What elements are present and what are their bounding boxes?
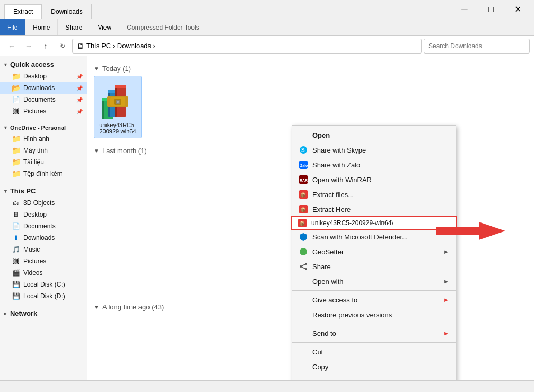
give-access-icon bbox=[299, 295, 308, 305]
ctx-copy-label: Copy bbox=[312, 363, 328, 371]
desktop-icon: 🖥 bbox=[12, 210, 20, 219]
sidebar-item-label: Documents bbox=[23, 222, 56, 230]
ctx-send-to[interactable]: Send to ► bbox=[292, 326, 456, 341]
ribbon-tabs: File Home Share View Compressed Folder T… bbox=[0, 19, 207, 35]
sidebar-item-label: Desktop bbox=[23, 211, 47, 218]
ctx-open-with-label: Open with bbox=[312, 278, 344, 286]
file-thumbnail bbox=[97, 79, 139, 122]
ctx-restore[interactable]: Restore previous versions bbox=[292, 307, 456, 322]
quick-access-label: Quick access bbox=[10, 60, 54, 68]
minimize-button[interactable]: ─ bbox=[452, 0, 477, 19]
context-menu: Open S Share with Skype Zalo Share with … bbox=[292, 125, 456, 380]
folder-icon: 📁 bbox=[12, 135, 20, 143]
up-button[interactable]: ↑ bbox=[38, 39, 53, 54]
forward-button[interactable]: → bbox=[21, 39, 36, 54]
share-icon bbox=[299, 262, 308, 271]
svg-line-31 bbox=[301, 266, 306, 269]
ctx-create-shortcut[interactable]: Create shortcut bbox=[292, 378, 456, 380]
sidebar-item-local-disk-d[interactable]: 💾 Local Disk (D:) bbox=[0, 290, 87, 302]
ctx-open[interactable]: Open bbox=[292, 128, 456, 142]
ribbon-tab-view[interactable]: View bbox=[90, 19, 119, 35]
ctx-share[interactable]: Share bbox=[292, 259, 456, 274]
sidebar-item-hinhanh[interactable]: 📁 Hình ảnh bbox=[0, 133, 87, 145]
sidebar-section-quick-access[interactable]: ▼ Quick access bbox=[0, 58, 87, 70]
refresh-button[interactable]: ↻ bbox=[55, 39, 70, 54]
breadcrumb[interactable]: 🖥 This PC › Downloads › bbox=[72, 39, 422, 54]
sidebar-section-this-pc[interactable]: ▼ This PC bbox=[0, 185, 87, 197]
maximize-button[interactable]: □ bbox=[479, 0, 503, 19]
open-with-arrow: ► bbox=[443, 278, 449, 284]
breadcrumb-text: This PC › Downloads › bbox=[86, 42, 155, 50]
ctx-open-winrar[interactable]: RAR Open with WinRAR bbox=[292, 172, 456, 187]
ctx-copy[interactable]: Copy bbox=[292, 359, 456, 374]
back-button[interactable]: ← bbox=[4, 39, 19, 54]
rar-svg bbox=[97, 79, 139, 122]
group-last-month-arrow: ▼ bbox=[94, 148, 99, 154]
ctx-extract-here[interactable]: 📦 Extract Here bbox=[292, 202, 456, 217]
sidebar-section-network[interactable]: ► Network bbox=[0, 307, 87, 319]
group-today[interactable]: ▼ Today (1) bbox=[94, 65, 528, 73]
svg-text:📦: 📦 bbox=[300, 207, 307, 213]
geosetter-icon bbox=[299, 247, 308, 256]
sidebar-item-pictures-pc[interactable]: 🖼 Pictures bbox=[0, 255, 87, 267]
search-input[interactable] bbox=[424, 39, 530, 54]
tab-downloads[interactable]: Downloads bbox=[42, 4, 91, 19]
sidebar-item-label: Pictures bbox=[23, 257, 46, 265]
sidebar-item-pictures-quick[interactable]: 🖼 Pictures 📌 bbox=[0, 105, 87, 117]
ribbon-tab-home[interactable]: Home bbox=[25, 19, 58, 35]
sidebar-item-music[interactable]: 🎵 Music bbox=[0, 244, 87, 255]
sidebar-item-3d-objects[interactable]: 🗂 3D Objects bbox=[0, 197, 87, 209]
sidebar-item-downloads-pc[interactable]: ⬇ Downloads bbox=[0, 232, 87, 244]
sidebar-item-documents-pc[interactable]: 📄 Documents bbox=[0, 220, 87, 232]
ribbon-tab-compressed[interactable]: Compressed Folder Tools bbox=[119, 19, 207, 35]
sidebar-item-videos[interactable]: 🎬 Videos bbox=[0, 267, 87, 279]
sidebar-item-downloads-quick[interactable]: 📂 Downloads 📌 bbox=[0, 82, 87, 94]
close-button[interactable]: ✕ bbox=[505, 0, 530, 19]
ctx-share-skype-label: Share with Skype bbox=[312, 146, 366, 154]
ctx-share-label: Share bbox=[312, 263, 331, 271]
sidebar-section-onedrive[interactable]: ▼ OneDrive - Personal bbox=[0, 122, 87, 133]
tab-extract[interactable]: Extract bbox=[4, 4, 42, 19]
ribbon-tab-share[interactable]: Share bbox=[58, 19, 90, 35]
this-pc-arrow: ▼ bbox=[3, 189, 8, 194]
breadcrumb-pc-icon: 🖥 bbox=[77, 42, 84, 50]
sidebar-item-documents-quick[interactable]: 📄 Documents 📌 bbox=[0, 94, 87, 105]
red-arrow-svg bbox=[436, 222, 505, 240]
sidebar-item-desktop-quick[interactable]: 📁 Desktop 📌 bbox=[0, 70, 87, 82]
window-controls: ─ □ ✕ bbox=[452, 0, 530, 19]
sidebar-item-tepdinhkem[interactable]: 📁 Tệp đính kèm bbox=[0, 168, 87, 180]
ctx-separator-1 bbox=[292, 290, 456, 291]
sidebar-item-label: Hình ảnh bbox=[23, 135, 49, 142]
sidebar-item-label: Máy tính bbox=[23, 147, 48, 154]
sidebar-item-label: 3D Objects bbox=[23, 199, 55, 207]
this-pc-label: This PC bbox=[10, 187, 36, 195]
onedrive-arrow: ▼ bbox=[3, 125, 8, 130]
pin-icon: 📌 bbox=[76, 109, 83, 114]
status-bar bbox=[0, 380, 534, 392]
ctx-open-with[interactable]: Open with ► bbox=[292, 274, 456, 289]
ctx-extract-to[interactable]: 📦 unikey43RC5-200929-win64\ bbox=[292, 217, 456, 229]
sidebar-item-desktop-pc[interactable]: 🖥 Desktop bbox=[0, 209, 87, 220]
sidebar-item-tailieu[interactable]: 📁 Tài liệu bbox=[0, 156, 87, 168]
ctx-scan-defender[interactable]: Scan with Microsoft Defender... bbox=[292, 229, 456, 244]
docs-icon: 📄 bbox=[12, 95, 20, 104]
ctx-geosetter[interactable]: GeoSetter ► bbox=[292, 244, 456, 259]
main-layout: ▼ Quick access 📁 Desktop 📌 📂 Downloads 📌… bbox=[0, 56, 534, 380]
file-item-unikey[interactable]: unikey43RC5-200929-win64 bbox=[94, 76, 142, 138]
sidebar-item-local-disk-c[interactable]: 💾 Local Disk (C:) bbox=[0, 279, 87, 290]
ctx-give-access-label: Give access to bbox=[312, 296, 357, 304]
ctx-cut[interactable]: Cut bbox=[292, 344, 456, 359]
ctx-separator-4 bbox=[292, 376, 456, 376]
svg-text:Zalo: Zalo bbox=[300, 164, 308, 167]
send-to-icon bbox=[299, 328, 308, 338]
ctx-share-zalo[interactable]: Zalo Share with Zalo bbox=[292, 157, 456, 172]
folder-blue-icon: 📂 bbox=[12, 84, 20, 92]
ctx-share-skype[interactable]: S Share with Skype bbox=[292, 142, 456, 157]
ribbon-tab-file[interactable]: File bbox=[0, 19, 25, 35]
extract-here-icon: 📦 bbox=[299, 204, 308, 214]
ctx-extract-here-label: Extract Here bbox=[312, 206, 351, 213]
ctx-extract-files[interactable]: 📦 Extract files... bbox=[292, 187, 456, 202]
sidebar-item-maytinh[interactable]: 📁 Máy tính bbox=[0, 145, 87, 156]
ctx-give-access[interactable]: Give access to ► bbox=[292, 292, 456, 307]
cut-icon bbox=[299, 347, 308, 357]
